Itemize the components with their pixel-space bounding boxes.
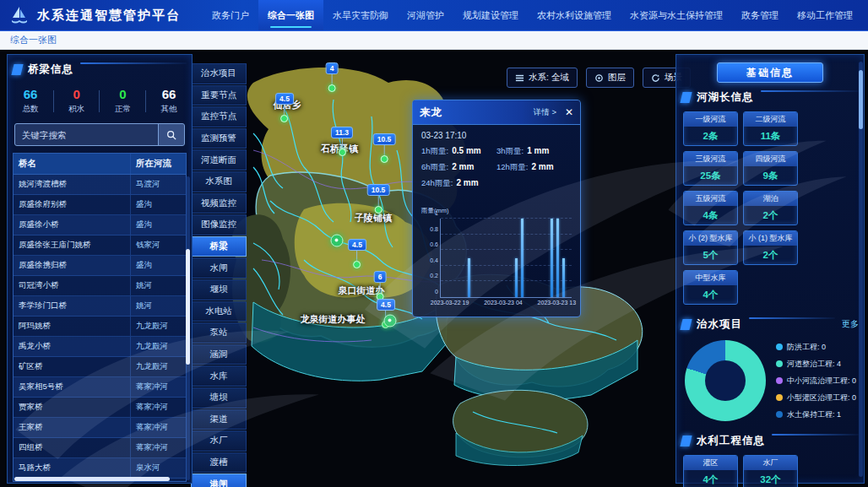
rainfall-metric: 1h雨量:0.5 mm [421, 143, 496, 160]
layer-item-塘坝[interactable]: 塘坝 [191, 387, 247, 409]
layer-item-堰坝[interactable]: 堰坝 [191, 279, 247, 300]
nav-item-规划建设管理[interactable]: 规划建设管理 [453, 0, 528, 30]
table-row[interactable]: 禹龙小桥九龙殿河 [14, 337, 186, 357]
layer-item-涵洞[interactable]: 涵洞 [191, 344, 247, 365]
layer-item-治水项目[interactable]: 治水项目 [191, 63, 247, 84]
search-button[interactable] [158, 124, 184, 145]
bridge-name-cell: 马路大桥 [14, 458, 131, 478]
water-level-marker[interactable]: 10.5 [373, 133, 396, 163]
card-label: 湖泊 [744, 192, 797, 206]
app-title: 水系连通智慧管护平台 [37, 8, 181, 24]
layer-item-水电站[interactable]: 水电站 [191, 301, 247, 322]
table-row[interactable]: 王家桥蒋家冲河 [14, 418, 186, 438]
layer-item-监控节点[interactable]: 监控节点 [191, 106, 247, 127]
table-hscrollbar[interactable] [14, 477, 170, 481]
nav-item-水资源与水土保持管理[interactable]: 水资源与水土保持管理 [621, 0, 732, 30]
table-row[interactable]: 贾家桥蒋家冲河 [14, 398, 186, 418]
nav-item-农村水利设施管理[interactable]: 农村水利设施管理 [528, 0, 621, 30]
layer-item-视频监控[interactable]: 视频监控 [191, 193, 247, 214]
map-control-图层[interactable]: 图层 [586, 68, 634, 88]
table-row[interactable]: 李学珍门口桥姚河 [14, 296, 186, 317]
chart-y-tick: 0 [435, 289, 438, 295]
marker-value: 10.5 [367, 184, 390, 196]
table-scrollbar-track[interactable] [186, 176, 190, 480]
nav-item-水旱灾害防御[interactable]: 水旱灾害防御 [323, 0, 398, 30]
map-canvas[interactable]: 仙居乡石桥驿镇子陵铺镇泉口街道办龙泉街道办事处44.511.310.510.54… [0, 49, 868, 487]
water-level-marker[interactable]: 4.5 [275, 93, 294, 122]
legend-item: 中小河流治理工程: 0 [776, 376, 856, 387]
table-row[interactable]: 姚河湾渡槽桥马渡河 [14, 175, 186, 195]
layer-item-水闸[interactable]: 水闸 [191, 257, 247, 279]
engineering-card: 灌区4个 [683, 455, 738, 487]
marker-value: 10.5 [373, 133, 396, 145]
table-row[interactable]: 原盛徐张王庙门姚桥钱家河 [14, 235, 186, 256]
panel-scrollbar-thumb[interactable] [859, 70, 863, 129]
layer-item-港闸[interactable]: 港闸 [191, 473, 247, 487]
panel-scrollbar-track[interactable] [859, 62, 863, 477]
layer-item-水库[interactable]: 水库 [191, 365, 247, 387]
table-row[interactable]: 原盛徐携归桥盛沟 [14, 256, 186, 276]
layer-item-水系图[interactable]: 水系图 [191, 171, 247, 192]
layer-item-水厂[interactable]: 水厂 [191, 430, 247, 452]
river-name-cell: 九龙殿河 [131, 357, 186, 376]
table-row[interactable]: 马路大桥泉水河 [14, 458, 186, 479]
table-row[interactable]: 原盛徐小桥盛沟 [14, 215, 186, 235]
table-row[interactable]: 原盛徐府别桥盛沟 [14, 195, 186, 215]
search-input[interactable] [15, 124, 158, 145]
table-scrollbar-thumb[interactable] [186, 249, 190, 365]
nav-item-政务门户[interactable]: 政务门户 [203, 0, 258, 30]
nav-item-河湖管护[interactable]: 河湖管护 [398, 0, 453, 30]
river-name-cell: 盛沟 [131, 256, 186, 275]
river-card: 五级河流4条 [683, 191, 738, 225]
legend-label: 河道整治工程: 4 [787, 359, 841, 370]
bridge-name-cell: 贾家桥 [14, 398, 131, 417]
water-level-marker[interactable]: 4 [326, 62, 339, 92]
more-link[interactable]: 更多 [842, 318, 859, 330]
layer-item-河道断面[interactable]: 河道断面 [191, 149, 247, 170]
chart-bar [521, 219, 524, 297]
marker-value: 6 [374, 271, 387, 283]
layer-item-重要节点[interactable]: 重要节点 [191, 85, 247, 106]
table-row[interactable]: 吴家相5号桥蒋家冲河 [14, 377, 186, 398]
legend-label: 小型灌区治理工程: 0 [787, 392, 856, 403]
water-level-marker[interactable]: 11.3 [331, 127, 353, 156]
camera-marker-icon[interactable] [331, 235, 344, 247]
nav-menu: 政务门户综合一张图水旱灾害防御河湖管护规划建设管理农村水利设施管理水资源与水土保… [203, 0, 868, 30]
water-level-marker[interactable]: 4.5 [348, 239, 366, 268]
river-card: 四级河流9条 [743, 151, 798, 186]
layer-item-监测预警[interactable]: 监测预警 [191, 128, 247, 149]
marker-pin-icon [374, 206, 382, 214]
metric-label: 12h雨量: [496, 162, 529, 173]
basic-info-tab[interactable]: 基础信息 [717, 62, 823, 83]
table-row[interactable]: 司冠湾小桥姚河 [14, 276, 186, 296]
stat-value: 66 [162, 87, 176, 101]
nav-item-综合一张图[interactable]: 综合一张图 [258, 0, 323, 30]
card-label: 小 (1) 型水库 [744, 231, 797, 246]
table-row[interactable]: 四组桥蒋家冲河 [14, 438, 186, 458]
stat-value: 0 [73, 87, 79, 101]
nav-item-移动工作管理[interactable]: 移动工作管理 [788, 0, 862, 30]
layer-item-泵站[interactable]: 泵站 [191, 322, 247, 344]
basic-info-panel: 基础信息 河湖长信息 一级河流2条二级河流11条三级河流25条四级河流9条五级河… [675, 54, 865, 484]
bridge-stat: 66其他 [155, 87, 183, 115]
marker-stem [341, 138, 342, 149]
layer-item-渠道[interactable]: 渠道 [191, 409, 247, 430]
section-line [761, 90, 860, 92]
rainfall-chart: 雨量(mm) 00.20.40.60.812023-03-22 192023-0… [420, 208, 575, 311]
table-row[interactable]: 阿玛姚桥九龙殿河 [14, 317, 186, 337]
water-level-marker[interactable]: 10.5 [367, 184, 390, 214]
camera-marker-icon[interactable] [384, 315, 397, 327]
nav-item-系统管理[interactable]: 系统管理 [862, 0, 868, 30]
legend-label: 水土保持工程: 1 [787, 409, 841, 420]
layer-item-桥梁[interactable]: 桥梁 [191, 236, 247, 257]
table-row[interactable]: 矿区桥九龙殿河 [14, 357, 186, 377]
layer-item-渡槽[interactable]: 渡槽 [191, 452, 247, 473]
map-control-水系: 全域[interactable]: 水系: 全域 [507, 68, 578, 88]
breadcrumb[interactable]: 综合一张图 [0, 34, 57, 46]
close-icon[interactable]: ✕ [565, 107, 573, 117]
nav-item-政务管理[interactable]: 政务管理 [732, 0, 788, 30]
popup-detail-link[interactable]: 详情 > [534, 107, 556, 118]
layer-item-图像监控[interactable]: 图像监控 [191, 214, 247, 235]
bridge-name-cell: 原盛徐府别桥 [14, 195, 131, 214]
water-level-marker[interactable]: 6 [374, 271, 387, 300]
